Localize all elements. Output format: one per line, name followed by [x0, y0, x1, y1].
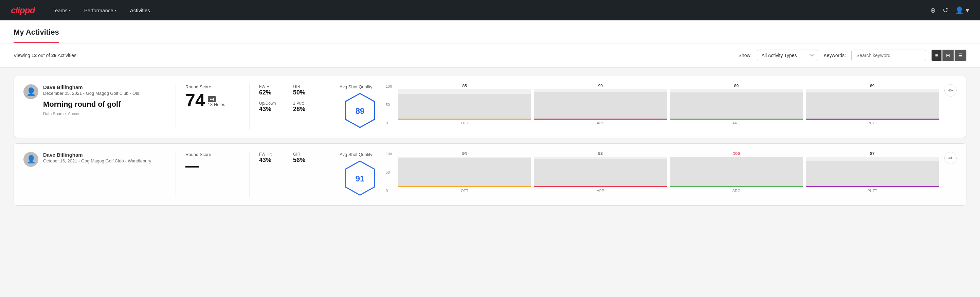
bar-value-app: 90 [598, 84, 603, 88]
stat-fw-hit-label: FW Hit [259, 84, 286, 89]
card-left: 👤 Dave Billingham December 05, 2021 - Go… [24, 84, 166, 116]
stat-fw-hit-2: FW Hit 43% [259, 152, 286, 164]
grid-icon: ⊞ [946, 53, 950, 58]
bar-track-ott-2 [398, 156, 531, 187]
bar-label-ott-2: OTT [461, 188, 468, 193]
card-user-name: Dave Billingham [43, 84, 166, 90]
bar-fill-ott [398, 94, 531, 120]
bar-value-arg: 89 [734, 84, 738, 88]
card-user-name-2: Dave Billingham [43, 152, 166, 158]
nav-activities-label: Activities [130, 8, 150, 13]
card-divider [175, 84, 176, 129]
bar-label-app-2: APP [597, 188, 604, 193]
y-axis: 100 50 0 [386, 84, 393, 125]
avatar: 👤 [24, 84, 38, 99]
add-icon[interactable]: ⊕ [930, 6, 936, 14]
avg-shot-quality-label: Avg Shot Quality [340, 84, 372, 89]
bar-fill-arg [670, 93, 803, 120]
card-divider-6 [330, 152, 330, 197]
y-label-50: 50 [386, 103, 392, 107]
bar-group-app: 90 APP [534, 84, 667, 125]
bar-marker-arg-2 [670, 186, 803, 187]
show-label: Show: [738, 53, 752, 58]
stat-updown: Up/Down 43% [259, 101, 286, 113]
score-value-row: 74 +4 18 Holes [185, 91, 240, 109]
card-date-2: October 16, 2021 - Gog Magog Golf Club -… [43, 158, 166, 163]
card-actions: ✏ [939, 84, 956, 96]
bar-track-arg [670, 89, 803, 120]
bar-track-app [534, 89, 667, 120]
bar-label-putt-2: PUTT [868, 188, 877, 193]
activities-list: 👤 Dave Billingham December 05, 2021 - Go… [0, 68, 980, 214]
bar-fill-app-2 [534, 159, 667, 187]
user-icon-2: 👤 [27, 155, 36, 164]
bars: 85 OTT 90 APP [398, 84, 939, 125]
view-grid-button[interactable]: ⊞ [942, 50, 954, 61]
card-chart: 100 50 0 85 OTT [380, 84, 939, 125]
y-label-50-2: 50 [386, 170, 392, 174]
card-stats-2: FW Hit 43% GIR 56% [259, 152, 320, 164]
card-stats: FW Hit 62% GIR 50% Up/Down 43% 1 Putt 28… [259, 84, 320, 113]
stat-fw-hit-label-2: FW Hit [259, 152, 286, 156]
stat-1putt-value: 28% [293, 106, 320, 113]
bar-group-arg: 89 ARG [670, 84, 803, 125]
nav-performance-label: Performance [84, 8, 113, 13]
search-input[interactable] [851, 50, 926, 61]
stat-updown-value: 43% [259, 106, 286, 113]
viewing-shown: 12 [32, 53, 37, 58]
stat-1putt-label: 1 Putt [293, 101, 320, 106]
bar-track-app-2 [534, 156, 667, 187]
edit-button[interactable]: ✏ [944, 84, 956, 96]
bar-track-putt [806, 89, 939, 120]
stat-gir-label: GIR [293, 84, 320, 89]
activity-type-select[interactable]: All Activity Types [757, 50, 818, 61]
keywords-label: Keywords: [824, 53, 846, 58]
card-divider-2 [249, 84, 250, 129]
bar-value-ott-2: 94 [462, 151, 466, 156]
refresh-icon[interactable]: ↺ [943, 6, 948, 14]
view-list-simple-button[interactable]: ☰ [955, 50, 966, 61]
score-value-row-2: — [185, 159, 240, 172]
user-icon: 👤 [27, 87, 36, 96]
bar-fill-ott-2 [398, 158, 531, 187]
score-badge: +4 [208, 96, 216, 102]
card-divider-3 [330, 84, 330, 129]
view-toggle: ≡ ⊞ ☰ [931, 50, 966, 61]
stat-gir: GIR 50% [293, 84, 320, 96]
bar-marker-putt-2 [806, 186, 939, 187]
bar-group-arg-2: 106 ARG [670, 151, 803, 193]
view-list-detail-button[interactable]: ≡ [931, 50, 942, 61]
card-info: Dave Billingham December 05, 2021 - Gog … [43, 84, 166, 116]
bar-marker-app [534, 118, 667, 120]
app-logo[interactable]: clippd [11, 5, 35, 16]
stat-gir-value: 50% [293, 89, 320, 96]
activity-card: 👤 Dave Billingham December 05, 2021 - Go… [14, 76, 966, 138]
bar-value-arg-2: 106 [733, 151, 740, 156]
nav-teams[interactable]: Teams ▾ [51, 8, 72, 13]
user-avatar[interactable]: 👤 ▾ [955, 6, 969, 14]
bar-group-app-2: 92 APP [534, 151, 667, 193]
card-round-score: Round Score 74 +4 18 Holes [185, 84, 240, 109]
bar-track-ott [398, 89, 531, 120]
bar-track-arg-2 [670, 156, 803, 187]
bar-label-putt: PUTT [868, 121, 877, 125]
y-label-100-2: 100 [386, 152, 392, 156]
avg-shot-quality-label-2: Avg Shot Quality [340, 152, 372, 157]
bar-fill-putt-2 [806, 161, 939, 187]
card-chart-2: 100 50 0 94 OTT 92 [380, 152, 939, 193]
edit-button-2[interactable]: ✏ [944, 152, 956, 164]
activity-card-2: 👤 Dave Billingham October 16, 2021 - Gog… [14, 144, 966, 206]
stat-gir-2: GIR 56% [293, 152, 320, 164]
round-score-label: Round Score [185, 84, 240, 89]
nav-activities[interactable]: Activities [129, 8, 151, 13]
chart-area: 100 50 0 85 OTT [386, 84, 939, 125]
nav-performance[interactable]: Performance ▾ [83, 8, 118, 13]
stat-fw-hit: FW Hit 62% [259, 84, 286, 96]
bar-value-app-2: 92 [598, 151, 603, 156]
list-detail-icon: ≡ [935, 53, 938, 58]
bar-value-ott: 85 [462, 84, 466, 88]
stat-fw-hit-value: 62% [259, 89, 286, 96]
card-date: December 05, 2021 - Gog Magog Golf Club … [43, 91, 166, 96]
card-divider-5 [249, 152, 250, 197]
stat-gir-label-2: GIR [293, 152, 320, 156]
